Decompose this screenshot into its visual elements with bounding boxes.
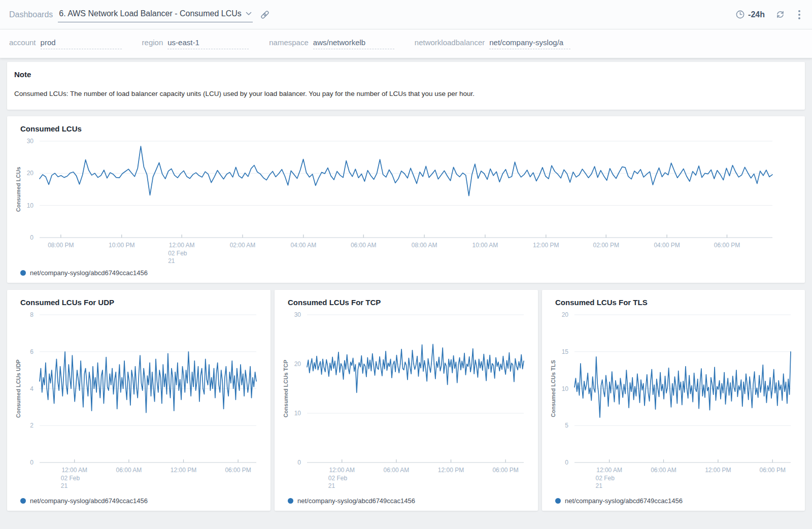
svg-text:02 Feb: 02 Feb [168, 250, 187, 257]
svg-text:0: 0 [30, 459, 33, 466]
kebab-menu-icon [798, 10, 801, 20]
filter-bar: account prod region us-east-1 namespace … [0, 29, 812, 58]
filter-account-value[interactable]: prod [41, 38, 122, 49]
share-link-button[interactable] [258, 8, 272, 22]
svg-text:21: 21 [61, 482, 68, 489]
top-bar: Dashboards 6. AWS Network Load Balancer … [0, 0, 812, 29]
svg-text:20: 20 [294, 360, 301, 368]
legend-label: net/company-syslog/abcd6749ccac1456 [30, 269, 148, 277]
chart-title: Consumed LCUs [13, 122, 799, 134]
dashboard-title-dropdown[interactable]: 6. AWS Network Load Balancer - Consumed … [58, 7, 253, 22]
svg-text:06:00 AM: 06:00 AM [651, 467, 676, 474]
svg-text:10: 10 [562, 385, 569, 392]
svg-text:12:00 PM: 12:00 PM [438, 467, 464, 474]
charts-row: Consumed LCUs For UDP 0246812:00 AM02 Fe… [7, 290, 805, 511]
svg-text:06:00 PM: 06:00 PM [760, 467, 786, 474]
time-range-selector[interactable]: -24h [735, 10, 765, 19]
svg-text:06:00 AM: 06:00 AM [351, 242, 377, 249]
consumed-lcus-tls-line-chart[interactable]: 0510152012:00 AM02 Feb2106:00 AM12:00 PM… [548, 308, 799, 496]
legend-dot-icon [20, 270, 26, 276]
svg-text:06:00 AM: 06:00 AM [116, 467, 142, 474]
time-range-value: -24h [748, 10, 765, 19]
legend-label: net/company-syslog/abcd6749ccac1456 [30, 497, 148, 505]
clock-icon [735, 10, 745, 19]
svg-text:02:00 AM: 02:00 AM [230, 242, 256, 249]
svg-text:02 Feb: 02 Feb [61, 475, 80, 482]
svg-text:Consumed LCUs UDP: Consumed LCUs UDP [15, 359, 21, 418]
consumed-lcus-tcp-line-chart[interactable]: 010203012:00 AM02 Feb2106:00 AM12:00 PM0… [281, 308, 532, 496]
svg-text:12:00 AM: 12:00 AM [596, 467, 622, 474]
svg-text:Consumed LCUs: Consumed LCUs [15, 167, 21, 212]
filter-label: networkloadbalancer [415, 38, 485, 47]
filter-namespace: namespace aws/networkelb [269, 38, 394, 49]
refresh-button[interactable] [773, 7, 788, 22]
svg-text:04:00 PM: 04:00 PM [654, 242, 680, 249]
filter-account: account prod [9, 38, 122, 49]
svg-text:4: 4 [30, 385, 33, 392]
svg-text:06:00 PM: 06:00 PM [225, 467, 251, 474]
svg-text:12:00 PM: 12:00 PM [533, 242, 559, 249]
chart-legend-item[interactable]: net/company-syslog/abcd6749ccac1456 [548, 496, 799, 508]
filter-networkloadbalancer-value[interactable]: net/company-syslog/a [489, 38, 570, 49]
breadcrumb-dashboards[interactable]: Dashboards [9, 10, 53, 19]
svg-text:12:00 AM: 12:00 AM [61, 467, 87, 474]
legend-label: net/company-syslog/abcd6749ccac1456 [297, 497, 415, 505]
svg-text:20: 20 [562, 311, 569, 318]
svg-text:5: 5 [565, 422, 568, 429]
svg-text:02 Feb: 02 Feb [596, 475, 615, 482]
svg-text:8: 8 [30, 311, 33, 318]
chart-title: Consumed LCUs For UDP [13, 296, 264, 308]
legend-dot-icon [288, 498, 293, 504]
note-panel: Note Consumed LCUs: The number of load b… [7, 62, 805, 110]
svg-text:0: 0 [30, 234, 33, 241]
svg-text:0: 0 [565, 459, 568, 466]
svg-text:21: 21 [328, 482, 335, 489]
svg-text:30: 30 [294, 311, 301, 318]
svg-text:10: 10 [294, 410, 301, 417]
legend-dot-icon [555, 498, 561, 504]
chart-legend-item[interactable]: net/company-syslog/abcd6749ccac1456 [281, 496, 532, 508]
filter-label: namespace [269, 38, 309, 47]
refresh-icon [775, 9, 786, 20]
filter-networkloadbalancer: networkloadbalancer net/company-syslog/a [415, 38, 570, 49]
filter-region-value[interactable]: us-east-1 [167, 38, 249, 49]
svg-text:06:00 AM: 06:00 AM [384, 467, 410, 474]
svg-text:06:00 PM: 06:00 PM [492, 467, 518, 474]
top-bar-actions: -24h [735, 7, 803, 22]
page-title: 6. AWS Network Load Balancer - Consumed … [59, 9, 242, 18]
svg-text:12:00 PM: 12:00 PM [705, 467, 731, 474]
chart-legend-item[interactable]: net/company-syslog/abcd6749ccac1456 [13, 268, 799, 280]
svg-text:20: 20 [27, 170, 34, 177]
svg-text:Consumed LCUs TCP: Consumed LCUs TCP [283, 360, 289, 418]
svg-text:2: 2 [30, 422, 33, 429]
svg-text:12:00 PM: 12:00 PM [171, 467, 196, 474]
filter-label: account [9, 38, 36, 47]
chart-panel-consumed-lcus: Consumed LCUs 010203008:00 PM10:00 PM12:… [7, 116, 805, 283]
filter-region: region us-east-1 [142, 38, 249, 49]
filter-namespace-value[interactable]: aws/networkelb [313, 38, 394, 49]
legend-dot-icon [20, 498, 26, 504]
svg-text:0: 0 [297, 459, 301, 466]
svg-text:30: 30 [27, 138, 34, 145]
svg-text:08:00 AM: 08:00 AM [412, 242, 437, 249]
more-options-button[interactable] [796, 8, 803, 22]
chevron-down-icon [246, 12, 252, 16]
svg-text:Consumed LCUs TLS: Consumed LCUs TLS [550, 360, 556, 417]
chart-panel-tls: Consumed LCUs For TLS 0510152012:00 AM02… [542, 290, 805, 511]
svg-text:02:00 PM: 02:00 PM [593, 242, 619, 249]
legend-label: net/company-syslog/abcd6749ccac1456 [565, 497, 683, 505]
note-body: Consumed LCUs: The number of load balanc… [14, 90, 798, 97]
svg-text:10:00 PM: 10:00 PM [109, 242, 134, 249]
svg-text:21: 21 [596, 482, 603, 489]
link-icon [260, 10, 270, 20]
consumed-lcus-line-chart[interactable]: 010203008:00 PM10:00 PM12:00 AM02 Feb210… [13, 134, 799, 268]
chart-title: Consumed LCUs For TCP [281, 296, 532, 308]
consumed-lcus-udp-line-chart[interactable]: 0246812:00 AM02 Feb2106:00 AM12:00 PM06:… [13, 308, 264, 496]
svg-text:21: 21 [168, 257, 175, 264]
svg-text:10:00 AM: 10:00 AM [472, 242, 498, 249]
svg-text:6: 6 [30, 348, 33, 355]
chart-legend-item[interactable]: net/company-syslog/abcd6749ccac1456 [13, 496, 264, 508]
chart-panel-tcp: Consumed LCUs For TCP 010203012:00 AM02 … [275, 290, 538, 511]
svg-text:06:00 PM: 06:00 PM [714, 242, 740, 249]
chart-panel-udp: Consumed LCUs For UDP 0246812:00 AM02 Fe… [7, 290, 270, 511]
